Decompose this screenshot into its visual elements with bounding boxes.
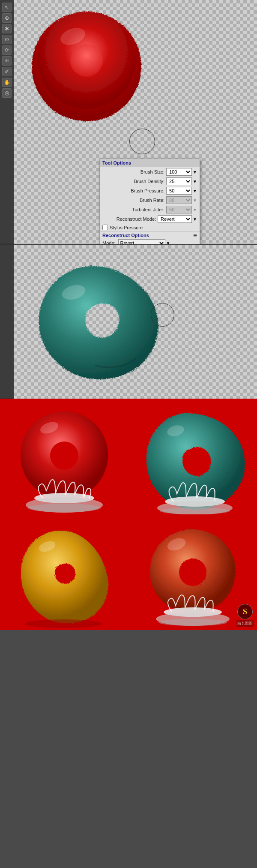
reconstruct-mode-label: Reconstruct Mode: [117,216,156,222]
stylus-pressure-row: Stylus Pressure [100,224,200,231]
panel-title[interactable]: Tool Options [100,159,200,167]
grid-image-teal-donut [128,399,257,514]
reconstruct-mode-select[interactable]: RevertRigidSmooth [158,215,192,223]
toolbar-left-mid [0,245,14,398]
svg-point-14 [160,508,230,514]
tool-warp[interactable]: ⊙ [2,35,12,44]
grid-cell-bottom-left [0,514,128,630]
teal-donut-image [27,254,176,382]
reconstruct-options-header: Reconstruct Options ☰ [100,231,200,238]
mid-canvas-section [0,244,257,399]
brush-density-select[interactable]: 255075 [166,177,192,185]
panel-menu-icon[interactable]: ☰ [193,233,197,238]
brush-density-row: Brush Density: 255075 ▼ [100,177,200,186]
svg-point-17 [25,619,102,628]
brush-size-label: Brush Size: [140,169,164,174]
grid-image-red-donut [0,399,128,514]
brush-density-label: Brush Density: [134,179,165,184]
toolbar-left: ↖ ⊕ ✱ ⊙ ⟳ ≋ ✐ ✋ ◎ [0,0,14,243]
grid-image-yellow-donut [0,514,128,630]
stylus-pressure-label: Stylus Pressure [110,225,143,230]
brush-pressure-row: Brush Pressure: 502575 ▼ [100,186,200,195]
brush-pressure-label: Brush Pressure: [131,188,164,193]
top-canvas-section: ↖ ⊕ ✱ ⊙ ⟳ ≋ ✐ ✋ ◎ [0,0,257,244]
reconstruct-mode-select-row: Mode: RevertRigidStiffSmoothLoose ▼ [100,238,200,244]
brush-cursor [129,129,155,154]
grid-cell-top-right [128,399,257,514]
mode-label: Mode: [102,240,116,244]
image-grid: S 站长图图 [0,399,257,630]
stylus-pressure-checkbox[interactable] [102,225,108,230]
tool-zoom[interactable]: ◎ [2,88,12,98]
top-canvas-area: Tool Options Brush Size: 10050200 ▼ Brus… [14,0,257,244]
turbulent-jitter-row: Turbulent Jitter: 50 ▼ [100,205,200,214]
red-donut-image [22,2,151,131]
watermark-text: 站长图图 [236,620,254,627]
tool-smooth[interactable]: ≋ [2,56,12,66]
brush-rate-row: Brush Rate: 80 ▼ [100,195,200,205]
brush-rate-select[interactable]: 80 [166,196,192,204]
svg-point-9 [28,504,101,512]
brush-rate-label: Brush Rate: [140,198,164,203]
brush-size-select[interactable]: 10050200 [166,168,192,176]
tool-smudge[interactable]: ✐ [2,67,12,76]
reconstruct-mode-row: Reconstruct Mode: RevertRigidSmooth ▼ [100,214,200,224]
grid-cell-top-left [0,399,128,514]
turbulent-jitter-label: Turbulent Jitter: [132,207,164,212]
tool-lasso[interactable]: ⊕ [2,13,12,23]
brush-pressure-select[interactable]: 502575 [166,187,192,195]
watermark: S 站长图图 [236,604,254,627]
brush-size-row: Brush Size: 10050200 ▼ [100,167,200,177]
mid-canvas-area [14,245,257,399]
tool-reconstruct[interactable]: ⟳ [2,45,12,55]
turbulent-jitter-select[interactable]: 50 [166,206,192,213]
tool-hand[interactable]: ✋ [2,78,12,87]
tool-options-panel: Tool Options Brush Size: 10050200 ▼ Brus… [99,159,200,244]
watermark-circle: S [237,604,253,619]
tool-select[interactable]: ↖ [2,3,12,12]
tool-brush[interactable]: ✱ [2,24,12,33]
mode-select[interactable]: RevertRigidStiffSmoothLoose [118,239,165,244]
grid-cell-bottom-right: S 站长图图 [128,514,257,630]
svg-point-22 [158,619,227,626]
